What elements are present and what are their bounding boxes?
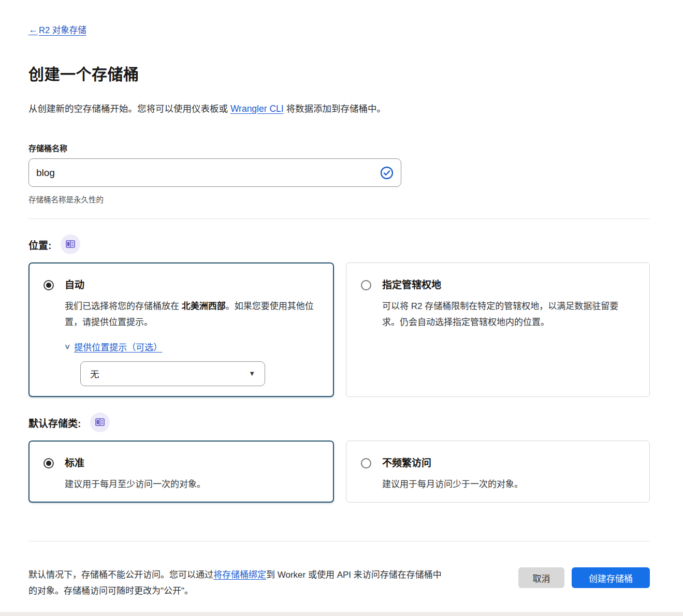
location-hint-toggle[interactable]: ∨ 提供位置提示（可选）: [65, 340, 162, 353]
select-caret-icon: ▼: [249, 370, 255, 377]
location-option-automatic[interactable]: 自动 我们已选择将您的存储桶放在 北美洲西部。如果您要使用其他位置，请提供位置提…: [28, 262, 334, 397]
radio-selected-icon[interactable]: [43, 458, 54, 468]
back-link-label: R2 对象存储: [39, 23, 86, 36]
bucket-name-helper: 存储桶名称是永久性的: [28, 194, 650, 204]
bottom-page-edge: [0, 612, 683, 616]
radio-unselected-icon[interactable]: [361, 280, 371, 290]
footer-divider: [28, 541, 650, 541]
bind-bucket-link[interactable]: 将存储桶绑定: [213, 570, 266, 580]
location-hint-selected-value: 无: [90, 367, 99, 380]
valid-check-icon: [380, 166, 394, 180]
intro-after: 将数据添加到存储桶中。: [284, 104, 386, 114]
storage-class-option-infrequent[interactable]: 不频繁访问 建议用于每月访问少于一次的对象。: [346, 441, 650, 503]
book-icon: [66, 240, 75, 248]
jurisdiction-description: 可以将 R2 存储桶限制在特定的管辖权地，以满足数据驻留要求。仍会自动选择指定管…: [382, 298, 635, 331]
radio-unselected-icon[interactable]: [361, 458, 371, 468]
intro-text: 从创建新的空存储桶开始。您将可以使用仪表板或 Wrangler CLI 将数据添…: [28, 101, 650, 114]
standard-title: 标准: [65, 455, 319, 469]
bucket-name-input[interactable]: [36, 167, 377, 179]
location-section-label: 位置:: [28, 238, 51, 252]
bucket-name-label: 存储桶名称: [28, 142, 650, 153]
standard-description: 建议用于每月至少访问一次的对象。: [65, 476, 319, 492]
radio-selected-icon[interactable]: [43, 280, 54, 290]
book-icon: [95, 418, 105, 427]
create-bucket-page: ← R2 对象存储 创建一个存储桶 从创建新的空存储桶开始。您将可以使用仪表板或…: [28, 0, 650, 599]
location-option-jurisdiction[interactable]: 指定管辖权地 可以将 R2 存储桶限制在特定的管辖权地，以满足数据驻留要求。仍会…: [346, 262, 650, 397]
back-to-r2-link[interactable]: ← R2 对象存储: [28, 23, 86, 36]
storage-class-docs-button[interactable]: [90, 413, 110, 432]
automatic-desc-before: 我们已选择将您的存储桶放在: [65, 301, 182, 311]
footer-note: 默认情况下，存储桶不能公开访问。您可以通过将存储桶绑定到 Worker 或使用 …: [28, 567, 448, 599]
automatic-title: 自动: [65, 277, 319, 291]
jurisdiction-title: 指定管辖权地: [382, 277, 635, 291]
back-arrow-icon: ←: [28, 24, 38, 35]
automatic-region: 北美洲西部: [182, 301, 226, 311]
chevron-down-icon: ∨: [64, 342, 70, 350]
wrangler-cli-link[interactable]: Wrangler CLI: [230, 104, 284, 114]
bucket-name-field: [28, 158, 401, 187]
location-hint-label: 提供位置提示（可选）: [74, 340, 162, 353]
footer-text-before: 默认情况下，存储桶不能公开访问。您可以通过: [28, 570, 213, 580]
infrequent-title: 不频繁访问: [382, 455, 635, 469]
storage-class-section-label: 默认存储类:: [28, 416, 81, 430]
cancel-button[interactable]: 取消: [518, 567, 564, 588]
location-hint-select[interactable]: 无 ▼: [80, 361, 265, 386]
infrequent-description: 建议用于每月访问少于一次的对象。: [382, 476, 635, 492]
automatic-description: 我们已选择将您的存储桶放在 北美洲西部。如果您要使用其他位置，请提供位置提示。: [65, 298, 319, 331]
section-divider: [28, 218, 650, 219]
storage-class-option-standard[interactable]: 标准 建议用于每月至少访问一次的对象。: [28, 441, 334, 503]
intro-before: 从创建新的空存储桶开始。您将可以使用仪表板或: [28, 104, 230, 114]
location-docs-button[interactable]: [61, 234, 80, 254]
create-bucket-button[interactable]: 创建存储桶: [572, 567, 650, 588]
page-title: 创建一个存储桶: [28, 62, 650, 84]
